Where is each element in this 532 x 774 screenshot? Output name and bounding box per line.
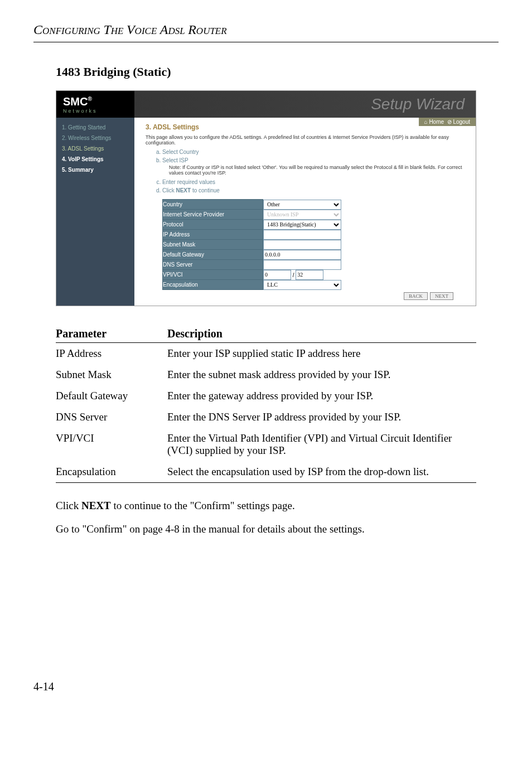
form-label-vpi-vci: VPI/VCI [163, 270, 263, 280]
form-label-internet-service-provider: Internet Service Provider [163, 210, 263, 220]
sidebar-item-voip[interactable]: 4. VoIP Settings [56, 154, 134, 165]
panel-title: 3. ADSL Settings [146, 123, 465, 131]
param-description: Select the encapsulation used by ISP fro… [167, 461, 476, 483]
table-row: Subnet MaskEnter the subnet mask address… [56, 364, 476, 385]
goto-confirm-text: Go to "Confirm" on page 4-8 in the manua… [56, 523, 476, 535]
header-rule [33, 42, 499, 42]
param-description: Enter the subnet mask address provided b… [167, 364, 476, 385]
param-name: Default Gateway [56, 385, 167, 407]
step-b: Select ISP Note: If Country or ISP is no… [162, 157, 465, 176]
param-col-header: Parameter [56, 323, 167, 343]
form-label-encapsulation: Encapsulation [163, 280, 263, 290]
logo-subtext: Networks [63, 108, 98, 114]
step-d: Click NEXT to continue [162, 187, 465, 194]
form-input-vpi[interactable] [263, 270, 291, 280]
form-label-country: Country [163, 200, 263, 210]
form-input-ip-address[interactable] [263, 230, 341, 240]
sidebar-item-summary[interactable]: 5. Summary [56, 165, 134, 175]
param-name: Subnet Mask [56, 364, 167, 385]
logout-icon: ⊘ [447, 119, 452, 125]
table-row: VPI/VCIEnter the Virtual Path Identifier… [56, 428, 476, 461]
section-title: 1483 Bridging (Static) [56, 65, 499, 79]
adsl-form-table: CountryOtherInternet Service ProviderUnk… [162, 199, 419, 290]
table-row: IP AddressEnter your ISP supplied static… [56, 343, 476, 365]
param-name: VPI/VCI [56, 428, 167, 461]
wizard-title: Setup Wizard [134, 95, 476, 113]
table-row: EncapsulationSelect the encapsulation us… [56, 461, 476, 483]
param-description: Enter your ISP supplied static IP addres… [167, 343, 476, 365]
click-next-text: Click NEXT to continue to the "Confirm" … [56, 500, 476, 512]
param-name: Encapsulation [56, 461, 167, 483]
page-number: 4-14 [33, 680, 499, 693]
form-label-subnet-mask: Subnet Mask [163, 240, 263, 250]
form-select-country[interactable]: Other [263, 200, 341, 210]
form-label-ip-address: IP Address [163, 230, 263, 240]
home-icon: ⌂ [424, 119, 428, 125]
param-description: Enter the Virtual Path Identifier (VPI) … [167, 428, 476, 461]
home-link[interactable]: Home [429, 119, 444, 125]
wizard-sidebar: 1. Getting Started 2. Wireless Settings … [56, 118, 134, 306]
table-row: DNS ServerEnter the DNS Server IP addres… [56, 407, 476, 428]
parameter-table: Parameter Description IP AddressEnter yo… [56, 323, 476, 483]
form-label-dns-server: DNS Server [163, 260, 263, 270]
param-name: DNS Server [56, 407, 167, 428]
desc-col-header: Description [167, 323, 476, 343]
form-label-protocol: Protocol [163, 220, 263, 230]
logo-text: SMC® [63, 95, 98, 108]
sidebar-item-getting-started[interactable]: 1. Getting Started [56, 122, 134, 133]
step-c: Enter required values [162, 179, 465, 185]
app-header: SMC® Networks Setup Wizard [56, 91, 476, 118]
steps-list: Select Country Select ISP Note: If Count… [146, 149, 465, 194]
param-description: Enter the DNS Server IP address provided… [167, 407, 476, 428]
form-label-default-gateway: Default Gateway [163, 250, 263, 260]
logo-area: SMC® Networks [56, 91, 134, 118]
form-input-vci[interactable] [296, 270, 323, 280]
sidebar-item-adsl[interactable]: 3. ADSL Settings [56, 143, 134, 154]
param-description: Enter the gateway address provided by yo… [167, 385, 476, 407]
wizard-buttons: BACKNEXT [146, 292, 465, 300]
home-logout-bar: ⌂ Home ⊘ Logout [419, 118, 476, 126]
logout-link[interactable]: Logout [453, 119, 470, 125]
table-row: Default GatewayEnter the gateway address… [56, 385, 476, 407]
panel-info-text: This page allows you to configure the AD… [146, 134, 465, 146]
page-header: CONFIGURING THE VOICE ADSL ROUTER [33, 22, 499, 37]
back-button[interactable]: BACK [404, 292, 428, 300]
form-select-encapsulation[interactable]: LLC [263, 280, 341, 290]
step-a: Select Country [162, 149, 465, 155]
form-input-subnet-mask[interactable] [263, 240, 341, 250]
sidebar-item-wireless[interactable]: 2. Wireless Settings [56, 133, 134, 143]
form-input-dns-server[interactable] [263, 260, 341, 270]
setup-wizard-screenshot: SMC® Networks Setup Wizard ⌂ Home ⊘ Logo… [56, 90, 476, 306]
wizard-main-panel: 3. ADSL Settings This page allows you to… [134, 118, 476, 306]
next-button[interactable]: NEXT [430, 292, 453, 300]
step-b-note: Note: If Country or ISP is not listed se… [169, 165, 465, 176]
form-select-internet-service-provider[interactable]: Unknown ISP [263, 210, 341, 220]
form-input-default-gateway[interactable] [263, 250, 341, 260]
form-select-protocol[interactable]: 1483 Bridging(Static) [263, 220, 341, 230]
param-name: IP Address [56, 343, 167, 365]
